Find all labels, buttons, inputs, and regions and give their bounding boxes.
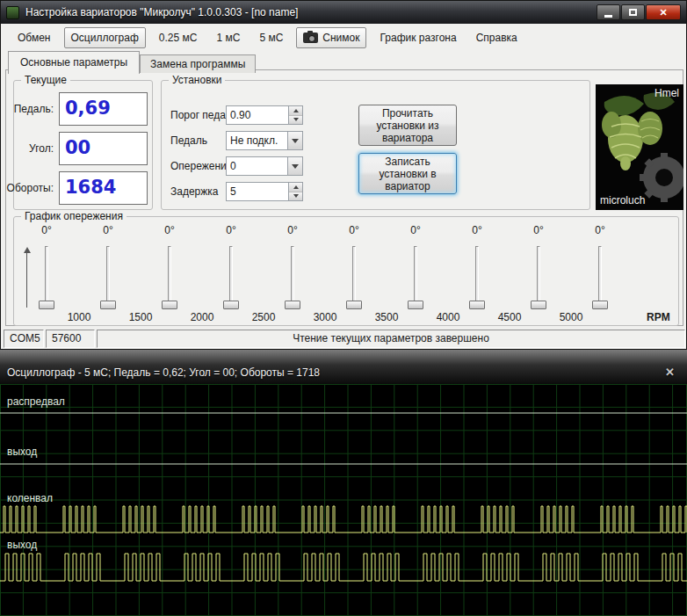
dropdown-button[interactable] <box>287 157 302 175</box>
minimize-button[interactable] <box>597 4 620 20</box>
current-group: Текущие Педаль: 0,69 Угол: 00 Обороты: 1… <box>13 80 153 210</box>
menu-help[interactable]: Справка <box>470 28 524 47</box>
chevron-down-icon <box>292 139 299 143</box>
advance-slider-3[interactable]: 0° <box>152 224 187 317</box>
advance-slider-2[interactable]: 0° <box>90 224 126 317</box>
delay-label: Задержка <box>170 185 219 198</box>
spin-down-button[interactable] <box>289 192 302 201</box>
menu-scale-025ms[interactable]: 0.25 мС <box>153 28 204 47</box>
advance-slider-8[interactable]: 0° <box>459 224 495 317</box>
angle-value: 00 <box>60 133 147 163</box>
delay-value[interactable]: 5 <box>227 183 288 200</box>
slider-thumb[interactable] <box>39 301 54 309</box>
advance-slider-4[interactable]: 0° <box>213 224 249 317</box>
menu-accel-graph[interactable]: График разгона <box>373 28 462 47</box>
tabstrip: Основные параметры Замена программы <box>8 51 256 73</box>
advance-slider-6[interactable]: 0° <box>336 224 372 317</box>
dropdown-button[interactable] <box>287 132 302 149</box>
menu-scale-5ms[interactable]: 5 мС <box>253 28 289 47</box>
slider-value: 0° <box>29 224 64 236</box>
channel-label-camshaft: распредвал <box>7 395 65 408</box>
advance-graph-group: График опережения 0° 0° 0° 0° 0° 0° 0° 0… <box>13 216 679 326</box>
brand-logo: Hmel microluch <box>596 84 683 210</box>
advance-slider-7[interactable]: 0° <box>398 224 433 317</box>
camera-icon <box>303 33 318 43</box>
advance-slider-9[interactable]: 0° <box>521 224 556 317</box>
main-window: Настройка вариаторов "Микролуч" 1.0.0.30… <box>0 0 687 350</box>
pedal-mode-label: Педаль <box>170 134 207 147</box>
slider-thumb[interactable] <box>162 301 177 309</box>
spin-up-button[interactable] <box>289 106 302 116</box>
spin-up-button[interactable] <box>289 183 302 192</box>
pedal-threshold-value[interactable]: 0.90 <box>227 106 288 124</box>
spin-down-button[interactable] <box>289 116 302 125</box>
advance-graph-title: График опережения <box>21 210 127 222</box>
settings-group-title: Установки <box>169 74 225 86</box>
slider-value: 0° <box>213 224 249 236</box>
slider-value: 0° <box>336 224 372 236</box>
titlebar: Настройка вариаторов "Микролуч" 1.0.0.30… <box>1 1 686 24</box>
snapshot-button[interactable]: Снимок <box>296 27 366 48</box>
statusbar: COM5 57600 Чтение текущих параметров зав… <box>4 330 685 348</box>
channel-label-crankshaft: коленвал <box>7 492 53 504</box>
write-settings-button[interactable]: Записать установки в вариатор <box>358 153 457 194</box>
pedal-value: 0,69 <box>60 93 147 123</box>
rpm-label: Обороты: <box>7 182 54 194</box>
maximize-icon <box>629 9 637 16</box>
pedal-threshold-spinner[interactable]: 0.90 <box>226 105 303 125</box>
tab-main-params[interactable]: Основные параметры <box>8 51 140 74</box>
minimize-icon <box>604 15 612 18</box>
settings-group: Установки Порог педали 0.90 Педаль Не по… <box>161 80 590 210</box>
scope-titlebar: Осциллограф - 5 мС; Педаль = 0,62; Угол … <box>0 350 687 384</box>
scope-close-button[interactable]: ✕ <box>665 366 675 379</box>
menu-oscilloscope[interactable]: Осциллограф <box>64 27 146 48</box>
pedal-mode-value: Не подкл. <box>227 132 287 149</box>
arrow-down-icon <box>293 118 299 121</box>
tab-program-replace[interactable]: Замена программы <box>140 54 256 73</box>
channel-label-output-2: выход <box>7 539 37 551</box>
slider-thumb[interactable] <box>346 301 362 309</box>
slider-value: 0° <box>459 224 495 236</box>
tab-page: Текущие Педаль: 0,69 Угол: 00 Обороты: 1… <box>5 69 683 326</box>
slider-thumb[interactable] <box>469 301 485 309</box>
menu-exchange[interactable]: Обмен <box>11 28 57 47</box>
menu-scale-1ms[interactable]: 1 мС <box>210 28 246 47</box>
advance-slider-1[interactable]: 0° <box>29 224 64 317</box>
maximize-button[interactable] <box>621 4 645 20</box>
channel-label-output-1: выход <box>7 446 37 458</box>
arrow-down-icon <box>293 194 299 198</box>
advance-mode-label: Опережение <box>170 160 232 172</box>
rpm-axis-label: RPM <box>647 311 683 323</box>
rpm-tick: 3500 <box>356 311 417 323</box>
rpm-value: 1684 <box>60 172 147 202</box>
slider-thumb[interactable] <box>285 301 300 309</box>
brand-top-label: Hmel <box>654 87 679 99</box>
oscilloscope-window: Осциллограф - 5 мС; Педаль = 0,62; Угол … <box>0 350 687 616</box>
rpm-tick: 2000 <box>171 311 233 323</box>
pedal-mode-select[interactable]: Не подкл. <box>226 131 303 150</box>
scope-trace <box>0 506 687 533</box>
delay-spinner[interactable]: 5 <box>226 182 303 201</box>
rpm-tick: 2500 <box>233 311 294 323</box>
rpm-tick: 4000 <box>417 311 479 323</box>
slider-thumb[interactable] <box>408 301 423 309</box>
advance-slider-5[interactable]: 0° <box>275 224 310 317</box>
slider-thumb[interactable] <box>531 301 546 309</box>
slider-thumb[interactable] <box>592 301 608 309</box>
read-settings-button[interactable]: Прочитать установки из вариатора <box>358 105 457 146</box>
hops-image <box>596 84 683 210</box>
scope-canvas <box>0 384 687 616</box>
scope-title: Осциллограф - 5 мС; Педаль = 0,62; Угол … <box>7 366 320 379</box>
angle-value-box: 00 <box>59 132 148 165</box>
arrow-up-icon <box>293 109 299 112</box>
close-button[interactable]: ✕ <box>646 4 681 20</box>
rpm-tick: 1000 <box>48 311 110 323</box>
chevron-down-icon <box>292 164 299 169</box>
slider-value: 0° <box>582 224 618 236</box>
slider-thumb[interactable] <box>100 301 116 309</box>
slider-thumb[interactable] <box>223 301 239 309</box>
advance-mode-select[interactable]: 0 <box>226 156 303 176</box>
axis-line <box>26 253 27 308</box>
advance-slider-10[interactable]: 0° <box>582 224 618 317</box>
pedal-label: Педаль: <box>14 103 54 115</box>
